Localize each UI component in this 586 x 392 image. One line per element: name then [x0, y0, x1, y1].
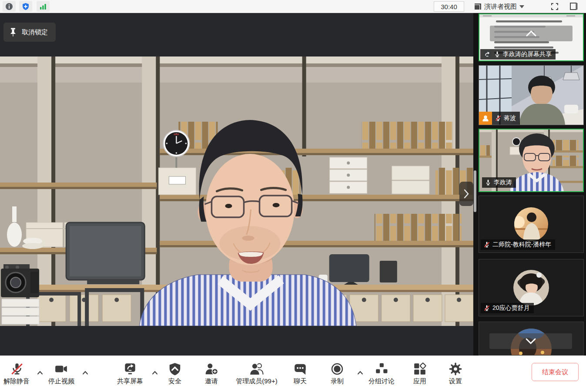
stop-video-label: 停止视频 — [48, 377, 74, 385]
chevron-right-icon — [463, 189, 469, 199]
thumbnail-jiashuyue[interactable]: 20应心贾舒月 — [479, 259, 584, 316]
participant-name: 李政涛 — [494, 179, 512, 186]
side-panel-icon — [569, 2, 578, 10]
breakout-rooms-label: 分组讨论 — [368, 377, 395, 385]
participant-name-bar: 二师院-教科院-潘梓年 — [481, 239, 555, 250]
network-signal-button[interactable] — [37, 1, 50, 12]
thumbnail-lizhengtao[interactable]: 李政涛 — [479, 129, 584, 192]
apps-grid-icon — [413, 362, 427, 376]
audio-options-chevron[interactable] — [36, 369, 44, 376]
settings-label: 设置 — [449, 377, 462, 385]
breakout-rooms-button[interactable]: 分组讨论 — [368, 356, 395, 392]
shield-plus-icon — [22, 3, 30, 10]
invite-person-plus-icon — [204, 362, 218, 376]
security-button[interactable]: 安全 — [168, 356, 182, 392]
mic-muted-icon — [483, 241, 490, 248]
participants-scroll-down-button[interactable] — [489, 333, 572, 349]
security-label: 安全 — [168, 377, 181, 385]
pin-icon — [9, 27, 17, 37]
fullscreen-button[interactable] — [548, 1, 561, 12]
meeting-info-button[interactable] — [3, 1, 16, 12]
participant-name-bar: 20应心贾舒月 — [481, 303, 534, 313]
participant-name: 蒋波 — [504, 114, 516, 122]
share-screen-button[interactable]: 共享屏幕 — [117, 356, 143, 392]
record-button[interactable]: 录制 — [330, 356, 344, 392]
meeting-timer: 30:40 — [434, 1, 464, 12]
view-mode-button[interactable]: 演讲者视图 — [474, 1, 524, 12]
manage-participants-button[interactable]: 管理成员(99+) — [236, 356, 277, 392]
share-options-chevron[interactable] — [151, 369, 159, 376]
video-options-chevron[interactable] — [81, 369, 90, 376]
record-circle-icon — [330, 362, 344, 376]
next-video-chevron[interactable] — [459, 182, 473, 206]
hand-raised-badge — [479, 112, 492, 125]
participants-scroll-up-button[interactable] — [490, 26, 573, 41]
chevron-down-icon — [523, 338, 538, 345]
chat-bubble-icon — [293, 362, 307, 376]
screen-share-icon — [483, 50, 492, 58]
mic-on-icon — [485, 179, 492, 186]
chevron-up-icon — [524, 30, 539, 37]
fullscreen-icon — [551, 3, 559, 10]
participant-name: 李政涛的屏幕共享 — [503, 50, 552, 58]
breakout-squares-icon — [375, 362, 388, 376]
unpin-button[interactable]: 取消锁定 — [3, 23, 56, 42]
main-video-feed — [0, 56, 473, 326]
thumbnail-partial[interactable] — [479, 322, 584, 355]
info-icon — [5, 3, 13, 10]
participants-icon — [249, 362, 264, 376]
mic-muted-icon — [483, 305, 490, 312]
camera-icon — [54, 362, 68, 376]
participant-name-bar: 李政涛 — [482, 177, 516, 188]
participants-sidebar: 李政涛的屏幕共享 — [473, 13, 586, 355]
record-options-chevron[interactable] — [356, 369, 365, 376]
view-mode-label: 演讲者视图 — [484, 3, 517, 11]
stop-video-button[interactable]: 停止视频 — [48, 356, 74, 392]
speaker-view-icon — [474, 3, 482, 10]
chevron-down-icon — [519, 5, 524, 8]
share-screen-label: 共享屏幕 — [117, 377, 143, 385]
share-screen-icon — [123, 362, 137, 376]
thumbnail-panzinian[interactable]: 二师院-教科院-潘梓年 — [479, 196, 584, 253]
thumbnail-screen-share[interactable]: 李政涛的屏幕共享 — [479, 13, 584, 61]
person-icon — [481, 114, 490, 123]
main-video-region: 取消锁定 — [0, 13, 473, 355]
unmute-button[interactable]: 解除静音 — [3, 356, 30, 392]
participant-name-bar: 蒋波 — [492, 112, 520, 125]
thumbnail-jiangbo[interactable]: 蒋波 — [479, 65, 584, 125]
chat-label: 聊天 — [294, 377, 307, 385]
participant-name-bar: 李政涛的屏幕共享 — [480, 49, 556, 60]
settings-gear-icon — [449, 362, 462, 376]
invite-button[interactable]: 邀请 — [204, 356, 218, 392]
invite-label: 邀请 — [205, 377, 218, 385]
record-label: 录制 — [331, 377, 344, 385]
mic-muted-icon — [495, 115, 502, 122]
chat-button[interactable]: 聊天 — [293, 356, 307, 392]
apps-label: 应用 — [413, 377, 426, 385]
signal-bars-icon — [39, 3, 47, 10]
apps-button[interactable]: 应用 — [413, 356, 427, 392]
participants-scrollbar[interactable] — [474, 170, 476, 212]
manage-participants-label: 管理成员(99+) — [236, 377, 277, 385]
unpin-label: 取消锁定 — [22, 28, 48, 37]
avatar-sunset-person — [514, 207, 548, 241]
end-meeting-label: 结束会议 — [542, 368, 568, 376]
end-meeting-button[interactable]: 结束会议 — [532, 363, 579, 381]
unmute-label: 解除静音 — [3, 377, 30, 385]
avatar-child-photo — [513, 270, 549, 306]
settings-button[interactable]: 设置 — [449, 356, 462, 392]
timer-value: 30:40 — [441, 3, 457, 10]
participant-name: 二师院-教科院-潘梓年 — [492, 241, 551, 249]
layout-panel-button[interactable] — [566, 1, 580, 12]
top-bar: 30:40 演讲者视图 — [0, 0, 586, 13]
security-shield-icon — [168, 362, 182, 376]
meeting-toolbar: 解除静音 停止视频 共享屏幕 安全 — [0, 355, 586, 392]
mic-on-icon — [494, 51, 501, 58]
participant-name: 20应心贾舒月 — [492, 304, 530, 312]
mic-muted-icon — [10, 362, 23, 376]
encryption-shield-button[interactable] — [19, 1, 32, 12]
